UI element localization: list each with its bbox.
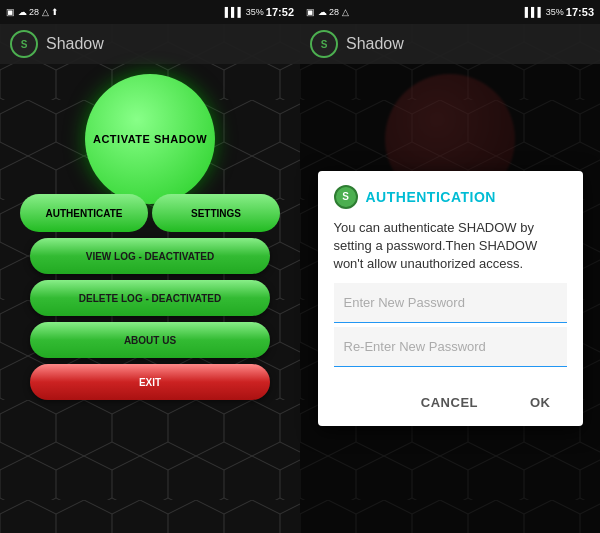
dialog-actions: CANCEL OK xyxy=(318,379,583,426)
time-display: 17:52 xyxy=(266,6,294,18)
right-app-logo: S xyxy=(310,30,338,58)
dialog-description: You can authenticate SHADOW by setting a… xyxy=(334,219,567,274)
authenticate-button[interactable]: AUTHENTICATE xyxy=(20,194,148,232)
app-title: Shadow xyxy=(46,35,104,53)
right-panel: ▣ ☁ 28 △ ▌▌▌ 35% 17:53 S Shadow S AUTHEN… xyxy=(300,0,600,533)
right-title-bar: S Shadow xyxy=(300,24,600,64)
right-status-icons-right: ▌▌▌ 35% 17:53 xyxy=(525,6,594,18)
dialog-overlay: S AUTHENTICATION You can authenticate SH… xyxy=(300,64,600,533)
delete-log-button[interactable]: DELETE LOG - DEACTIVATED xyxy=(30,280,270,316)
authentication-dialog: S AUTHENTICATION You can authenticate SH… xyxy=(318,171,583,427)
dialog-logo-icon: S xyxy=(334,185,358,209)
left-status-bar: ▣ ☁ 28 △ ⬆ ▌▌▌ 35% 17:52 xyxy=(0,0,300,24)
battery-icon: 35% xyxy=(246,7,264,17)
signal-icon: ▌▌▌ xyxy=(225,7,244,17)
right-status-bar: ▣ ☁ 28 △ ▌▌▌ 35% 17:53 xyxy=(300,0,600,24)
app-logo: S xyxy=(10,30,38,58)
right-battery-icon: 35% xyxy=(546,7,564,17)
view-log-button[interactable]: VIEW LOG - DEACTIVATED xyxy=(30,238,270,274)
auth-settings-row: AUTHENTICATE SETTINGS xyxy=(20,194,280,232)
right-time-display: 17:53 xyxy=(566,6,594,18)
right-status-icons: ▌▌▌ 35% 17:52 xyxy=(225,6,294,18)
cancel-button[interactable]: CANCEL xyxy=(397,387,502,418)
right-status-icons-left: ▣ ☁ 28 △ xyxy=(306,7,349,17)
re-enter-password-input[interactable] xyxy=(334,327,567,367)
about-us-button[interactable]: ABOUT US xyxy=(30,322,270,358)
left-title-bar: S Shadow xyxy=(0,24,300,64)
left-panel: ▣ ☁ 28 △ ⬆ ▌▌▌ 35% 17:52 S Shadow ACTIVA… xyxy=(0,0,300,533)
exit-button[interactable]: EXIT xyxy=(30,364,270,400)
dialog-title: AUTHENTICATION xyxy=(366,189,496,205)
right-notification-icons: ▣ ☁ 28 △ xyxy=(306,7,349,17)
new-password-input[interactable] xyxy=(334,283,567,323)
dialog-body: You can authenticate SHADOW by setting a… xyxy=(318,215,583,380)
left-status-icons: ▣ ☁ 28 △ ⬆ xyxy=(6,7,59,17)
ok-button[interactable]: OK xyxy=(506,387,575,418)
left-content: ACTIVATE SHADOW AUTHENTICATE SETTINGS VI… xyxy=(0,64,300,533)
notification-icons: ▣ ☁ 28 △ ⬆ xyxy=(6,7,59,17)
settings-button[interactable]: SETTINGS xyxy=(152,194,280,232)
dialog-header: S AUTHENTICATION xyxy=(318,171,583,215)
activate-shadow-button[interactable]: ACTIVATE SHADOW xyxy=(85,74,215,204)
right-app-title: Shadow xyxy=(346,35,404,53)
right-signal-icon: ▌▌▌ xyxy=(525,7,544,17)
